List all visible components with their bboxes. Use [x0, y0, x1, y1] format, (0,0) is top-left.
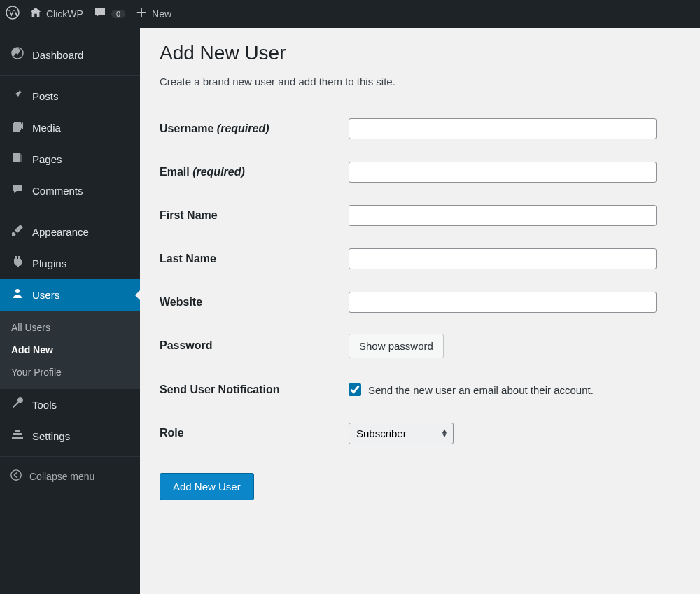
main-content: Add New User Create a brand new user and…: [140, 28, 700, 594]
sidebar-item-tools[interactable]: Tools: [0, 389, 140, 420]
new-label: New: [152, 8, 172, 20]
sidebar-item-media[interactable]: Media: [0, 112, 140, 143]
submenu-all-users[interactable]: All Users: [0, 316, 140, 339]
user-form: Username (required) Email (required) Fir…: [160, 107, 680, 455]
role-label: Role: [160, 411, 349, 455]
first-name-input[interactable]: [349, 205, 657, 226]
collapse-icon: [10, 469, 22, 483]
last-name-input[interactable]: [349, 248, 657, 269]
sidebar-item-pages[interactable]: Pages: [0, 143, 140, 175]
menu-separator: [0, 456, 140, 460]
add-new-user-button[interactable]: Add New User: [160, 473, 254, 500]
sidebar-item-comments[interactable]: Comments: [0, 175, 140, 206]
sidebar-label: Plugins: [32, 257, 66, 269]
submenu-add-new[interactable]: Add New: [0, 339, 140, 361]
sidebar-label: Comments: [32, 185, 83, 197]
users-submenu: All Users Add New Your Profile: [0, 311, 140, 389]
sidebar-item-users[interactable]: Users: [0, 279, 140, 311]
last-name-label: Last Name: [160, 237, 349, 281]
page-description: Create a brand new user and add them to …: [160, 76, 680, 87]
sidebar-label: Appearance: [32, 226, 89, 238]
admin-toolbar: ClickWP 0 New: [0, 0, 700, 28]
notification-label: Send User Notification: [160, 368, 349, 411]
sidebar-label: Pages: [32, 153, 62, 165]
page-title: Add New User: [160, 42, 680, 64]
sidebar-item-plugins[interactable]: Plugins: [0, 248, 140, 279]
home-icon: [29, 6, 42, 22]
sidebar-label: Users: [32, 289, 59, 301]
notification-checkbox[interactable]: [349, 383, 361, 396]
menu-separator: [0, 75, 140, 79]
collapse-label: Collapse menu: [29, 471, 94, 482]
sidebar-item-posts[interactable]: Posts: [0, 80, 140, 112]
toolbar-comments[interactable]: 0: [93, 6, 125, 23]
comment-icon: [93, 6, 107, 23]
comments-icon: [10, 182, 25, 199]
first-name-label: First Name: [160, 194, 349, 237]
plus-icon: [135, 6, 148, 22]
password-label: Password: [160, 324, 349, 368]
sidebar-item-settings[interactable]: Settings: [0, 420, 140, 452]
website-input[interactable]: [349, 292, 657, 313]
svg-rect-2: [13, 153, 20, 162]
website-label: Website: [160, 281, 349, 324]
username-input[interactable]: [349, 118, 657, 139]
show-password-button[interactable]: Show password: [349, 334, 444, 358]
sidebar-label: Settings: [32, 430, 70, 442]
svg-point-3: [15, 289, 20, 293]
wordpress-logo-icon: [6, 6, 20, 23]
sidebar-item-dashboard[interactable]: Dashboard: [0, 39, 140, 71]
brush-icon: [10, 223, 25, 241]
admin-sidebar: Dashboard Posts Media Pages Comments App…: [0, 28, 140, 594]
email-label: Email (required): [160, 150, 349, 194]
sidebar-label: Dashboard: [32, 49, 83, 61]
submenu-your-profile[interactable]: Your Profile: [0, 361, 140, 383]
dashboard-icon: [10, 46, 25, 64]
site-name-label: ClickWP: [46, 8, 83, 20]
toolbar-site-name[interactable]: ClickWP: [29, 6, 83, 22]
sidebar-item-appearance[interactable]: Appearance: [0, 216, 140, 248]
svg-point-4: [11, 470, 21, 480]
collapse-menu[interactable]: Collapse menu: [0, 462, 140, 490]
toolbar-new[interactable]: New: [135, 6, 172, 22]
email-input[interactable]: [349, 162, 657, 183]
plugin-icon: [10, 255, 25, 272]
wordpress-logo-menu[interactable]: [6, 6, 20, 23]
user-icon: [10, 286, 25, 304]
sidebar-label: Media: [32, 122, 61, 134]
notification-checkbox-label[interactable]: Send the new user an email about their a…: [349, 383, 680, 396]
pin-icon: [10, 87, 25, 105]
wrench-icon: [10, 396, 25, 413]
menu-separator: [0, 211, 140, 215]
pages-icon: [10, 150, 25, 168]
role-select[interactable]: Subscriber: [349, 423, 454, 444]
settings-icon: [10, 427, 25, 445]
comments-count-badge: 0: [111, 10, 125, 18]
sidebar-label: Tools: [32, 399, 57, 411]
media-icon: [10, 119, 25, 136]
username-label: Username (required): [160, 107, 349, 150]
notification-text: Send the new user an email about their a…: [368, 384, 594, 396]
sidebar-label: Posts: [32, 90, 59, 102]
